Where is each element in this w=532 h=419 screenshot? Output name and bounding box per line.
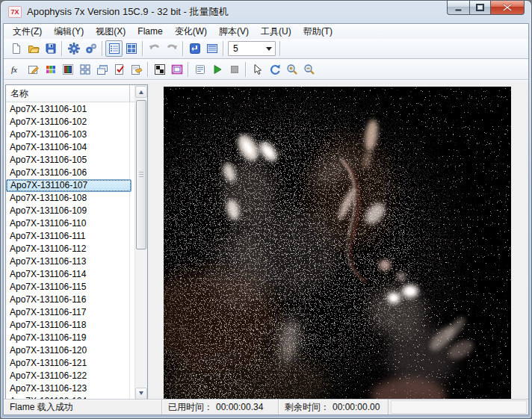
list-item[interactable]: Apo7X-131106-119	[6, 332, 134, 344]
title-bar[interactable]: 7X Apophysis 7x Version 15C.9 - 32 bit -…	[1, 1, 531, 23]
list-item[interactable]: Apo7X-131106-113	[6, 255, 134, 268]
list-item[interactable]: Apo7X-131106-116	[6, 294, 134, 306]
gradient-button[interactable]	[59, 61, 76, 78]
mutation-button[interactable]	[76, 61, 93, 78]
list-item[interactable]: Apo7X-131106-118	[6, 319, 134, 332]
list-item[interactable]: Apo7X-131106-112	[6, 243, 134, 255]
stop-script-button[interactable]	[226, 61, 243, 78]
list-item[interactable]: Apo7X-131106-106	[6, 167, 134, 179]
new-flame-icon	[10, 43, 22, 55]
close-button[interactable]	[491, 1, 525, 15]
render-frame-button[interactable]	[168, 61, 185, 78]
list-item[interactable]: Apo7X-131106-101	[6, 103, 134, 116]
menu-item[interactable]: Flame	[132, 25, 168, 38]
maximize-button[interactable]	[469, 1, 491, 15]
quality-select-value: 5	[229, 43, 263, 54]
menu-item[interactable]: 工具(U)	[255, 24, 297, 40]
svg-text:fx: fx	[11, 65, 17, 74]
rotate-view-button[interactable]	[266, 61, 283, 78]
save-button[interactable]	[42, 40, 59, 57]
edit-flame-icon	[28, 63, 40, 75]
select-cursor-button[interactable]	[249, 61, 266, 78]
edit-flame-button[interactable]	[25, 61, 42, 78]
transparency-checker-button[interactable]	[151, 61, 168, 78]
load-previous-button[interactable]	[186, 40, 203, 57]
thumbnail-view-icon	[126, 43, 137, 55]
run-script-button[interactable]	[208, 61, 226, 78]
open-button[interactable]	[25, 40, 42, 57]
list-item[interactable]: Apo7X-131106-108	[6, 192, 134, 205]
transparency-checker-icon	[154, 63, 166, 75]
script-button[interactable]	[191, 61, 208, 78]
settings-gear-icon	[68, 43, 80, 55]
undo-button[interactable]	[146, 40, 163, 57]
list-item[interactable]: Apo7X-131106-123	[6, 382, 134, 395]
list-item[interactable]: Apo7X-131106-110	[6, 217, 134, 230]
save-icon	[45, 43, 57, 55]
scrollbar-thumb[interactable]	[136, 100, 146, 249]
redo-button[interactable]	[163, 40, 180, 57]
minimize-button[interactable]	[447, 1, 469, 15]
generate-button[interactable]	[82, 40, 99, 57]
menu-item[interactable]: 变化(W)	[169, 24, 213, 40]
quality-select[interactable]: 5	[228, 41, 276, 56]
list-item[interactable]: Apo7X-131106-102	[6, 116, 134, 128]
menu-item[interactable]: 脚本(V)	[213, 24, 255, 40]
scroll-down-button[interactable]	[135, 388, 147, 400]
remaining-time-value: 00:00:00.00	[332, 402, 380, 412]
status-bar: Flame 载入成功 已用时间： 00:00:00.34 剩余时间： 00:00…	[4, 399, 528, 415]
menu-item[interactable]: 编辑(Y)	[48, 24, 90, 40]
scroll-up-button[interactable]	[135, 86, 147, 98]
flame-list-body: Apo7X-131106-101Apo7X-131106-102Apo7X-13…	[6, 103, 134, 400]
list-item[interactable]: Apo7X-131106-117	[6, 306, 134, 319]
list-header-name[interactable]: 名称	[6, 85, 134, 102]
adjust-icon	[114, 63, 126, 75]
elapsed-time-label: 已用时间：	[168, 401, 213, 414]
list-item[interactable]: Apo7X-131106-107	[6, 179, 132, 192]
fractal-preview[interactable]	[164, 87, 511, 403]
mutation-icon	[79, 63, 91, 75]
redo-icon	[166, 43, 178, 55]
list-item[interactable]: Apo7X-131106-109	[6, 205, 134, 217]
list-item[interactable]: Apo7X-131106-111	[6, 230, 134, 243]
list-item[interactable]: Apo7X-131106-104	[6, 141, 134, 154]
render-button[interactable]	[128, 61, 145, 78]
rotate-view-icon	[269, 63, 281, 75]
palette-button[interactable]	[42, 61, 59, 78]
editor-window-icon	[206, 43, 218, 55]
generate-gears-icon	[85, 43, 97, 55]
list-item[interactable]: Apo7X-131106-115	[6, 281, 134, 294]
list-item[interactable]: Apo7X-131106-122	[6, 370, 134, 382]
toolbar-separator	[142, 41, 143, 56]
thumbnail-view-button[interactable]	[123, 40, 140, 57]
formula-fx-button[interactable]: fx	[7, 61, 25, 78]
list-item[interactable]: Apo7X-131106-105	[6, 154, 134, 167]
settings-button[interactable]	[65, 40, 82, 57]
list-item[interactable]: Apo7X-131106-103	[6, 128, 134, 141]
list-view-button[interactable]	[105, 40, 123, 57]
zoom-in-button[interactable]	[283, 61, 300, 78]
list-view-icon	[108, 43, 120, 55]
menu-item[interactable]: 视图(X)	[90, 24, 132, 40]
adjust-button[interactable]	[111, 61, 128, 78]
zoom-out-button[interactable]	[300, 61, 318, 78]
elapsed-time-value: 00:00:00.34	[216, 402, 263, 412]
menu-item[interactable]: 文件(Z)	[7, 24, 48, 40]
triangle-up-icon	[139, 88, 143, 94]
toolbar-separator	[245, 62, 247, 77]
column-header-divider[interactable]	[129, 85, 130, 102]
new-flame-button[interactable]	[7, 40, 25, 57]
remaining-time-label: 剩余时间：	[285, 401, 330, 414]
toolbar-separator	[102, 41, 103, 56]
toolbar-separator	[188, 62, 189, 77]
menu-item[interactable]: 帮助(T)	[297, 24, 338, 40]
list-item[interactable]: Apo7X-131106-120	[6, 344, 134, 357]
cascade-windows-button[interactable]	[93, 61, 111, 78]
list-item[interactable]: Apo7X-131106-121	[6, 357, 134, 370]
client-area: 文件(Z)编辑(Y)视图(X)Flame变化(W)脚本(V)工具(U)帮助(T)	[3, 23, 529, 415]
list-item[interactable]: Apo7X-131106-114	[6, 268, 134, 281]
chevron-down-icon	[263, 44, 275, 54]
editor-window-button[interactable]	[203, 40, 220, 57]
formula-fx-icon: fx	[10, 63, 22, 75]
toolbar-separator	[279, 41, 281, 56]
